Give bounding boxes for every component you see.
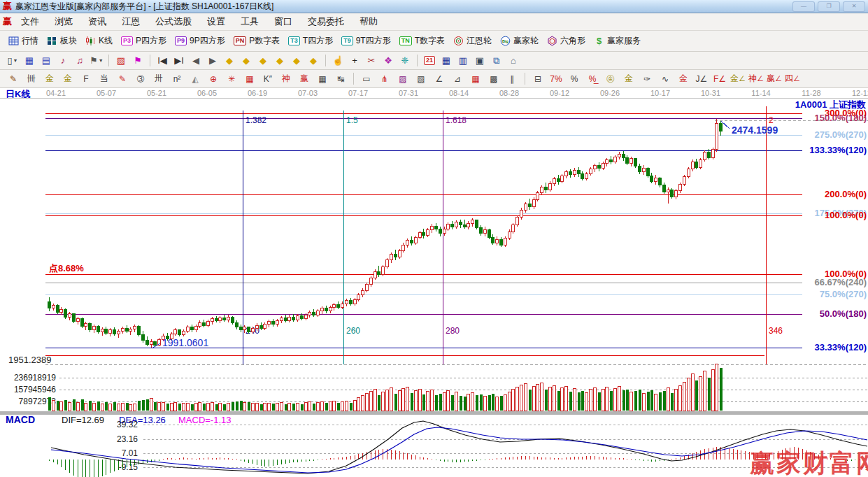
tb-p-square[interactable]: P3P四方形 [121, 35, 166, 47]
tool-red-grid[interactable]: ▦ [467, 72, 484, 86]
tool-angle-measure[interactable]: ◭ [187, 72, 204, 86]
tool-square-web[interactable]: ▦ [241, 72, 258, 86]
tb-9t-square[interactable]: T99T四方形 [341, 35, 391, 47]
tool-crosshair[interactable]: + [347, 54, 362, 68]
tool-cut[interactable]: ✂ [364, 54, 379, 68]
tb-t-square[interactable]: T3T四方形 [288, 35, 333, 47]
tool-angle-j[interactable]: J∠ [693, 72, 710, 86]
tool-chart-3[interactable]: ♪ [55, 54, 71, 68]
tool-angle-shen[interactable]: 神∠ [748, 72, 764, 86]
tool-gann-box[interactable]: ▨ [394, 72, 411, 86]
tool-wave[interactable]: ∿ [657, 72, 674, 86]
menu-news[interactable]: 资讯 [83, 13, 112, 30]
tool-circle-3[interactable]: ➂ [132, 72, 149, 86]
tool-shen-square[interactable]: 神 [278, 72, 294, 86]
tool-fan-lines[interactable]: ⋔ [376, 72, 393, 86]
tool-gold-circle[interactable]: ㊎ [602, 72, 619, 86]
tool-zoom-left[interactable]: ◆ [222, 54, 237, 68]
tool-gold-red[interactable]: 金 [675, 72, 692, 86]
tb-quotes[interactable]: 行情 [8, 35, 38, 47]
menu-help[interactable]: 帮助 [354, 13, 383, 30]
tool-gann-target[interactable]: ⊕ [205, 72, 222, 86]
tool-info-view[interactable]: ▤ [38, 54, 54, 68]
tool-pattern-view[interactable]: ▦ [22, 54, 37, 68]
tool-gold-grid-v[interactable]: 金 [59, 72, 76, 86]
tool-chart-9[interactable]: ♫ [72, 54, 87, 68]
tool-save[interactable]: ▣ [472, 54, 488, 68]
tool-number-grid[interactable]: ▦ [314, 72, 331, 86]
tool-tool-dang[interactable]: 当 [96, 72, 113, 86]
tool-spider-web[interactable]: ✳ [223, 72, 240, 86]
tool-pct-7[interactable]: 7% [548, 72, 564, 86]
tool-zoom-full[interactable]: ◆ [306, 54, 321, 68]
tool-n-square[interactable]: n² [169, 72, 185, 86]
tool-angle-win[interactable]: 赢∠ [766, 72, 783, 86]
minimize-button[interactable]: — [792, 1, 815, 12]
tool-zoom-compress[interactable]: ◆ [272, 54, 287, 68]
menu-file[interactable]: 文件 [15, 13, 45, 30]
tool-rect-tool[interactable]: ▭ [358, 72, 375, 86]
tool-zoom-right[interactable]: ◆ [239, 54, 254, 68]
chart-canvas[interactable]: 日K线04-2105-0705-2106-0506-1907-0307-1707… [0, 88, 868, 477]
tool-red-pen[interactable]: ✎ [114, 72, 131, 86]
tool-zoom-expand[interactable]: ◆ [289, 54, 304, 68]
tool-span-measure[interactable]: ↹ [332, 72, 349, 86]
tool-win-square[interactable]: 赢 [296, 72, 313, 86]
tool-parallel-lines[interactable]: ∥ [504, 72, 520, 86]
menu-window[interactable]: 窗口 [269, 13, 298, 30]
maximize-button[interactable]: ❐ [818, 1, 840, 12]
tb-t-number-table[interactable]: TNT数字表 [399, 35, 445, 47]
tool-share[interactable]: ⧉ [489, 54, 504, 68]
tb-hexagon[interactable]: 六角形 [547, 35, 585, 47]
tool-gold-lines[interactable]: 金 [620, 72, 637, 86]
tool-time-grid[interactable]: 卌 [23, 72, 40, 86]
tb-p-number-table[interactable]: PNP数字表 [234, 35, 280, 47]
tool-angle-gold[interactable]: 金∠ [730, 72, 746, 86]
tool-k-count[interactable]: K″ [259, 72, 276, 86]
tool-pct-line[interactable]: %̲ [584, 72, 601, 86]
tool-kline-style[interactable]: ▯▼ [5, 54, 20, 68]
menu-gann[interactable]: 江恩 [116, 13, 145, 30]
tool-ink-pen[interactable]: ✑ [639, 72, 655, 86]
tool-gann-box-2[interactable]: ▧ [413, 72, 429, 86]
tb-sectors[interactable]: 板块 [47, 35, 77, 47]
tool-calendar[interactable]: 21 [422, 54, 437, 68]
tool-angle-four[interactable]: 四∠ [784, 72, 801, 86]
tool-region-select[interactable]: ▨ [113, 54, 129, 68]
tool-mark-flag[interactable]: ⚑▼ [89, 54, 104, 68]
tb-9p-square[interactable]: P99P四方形 [175, 35, 225, 47]
menu-trade[interactable]: 交易委托 [302, 13, 350, 30]
tool-trend-tri[interactable]: ⊿ [449, 72, 466, 86]
tool-drag-hand[interactable]: ☝ [330, 54, 346, 68]
tb-gann-wheel[interactable]: 江恩轮 [453, 35, 492, 47]
tool-calculator[interactable]: ▦ [439, 54, 454, 68]
tool-prev-bar[interactable]: ◀ [188, 54, 204, 68]
tool-angle-f[interactable]: F∠ [711, 72, 728, 86]
tool-mind-teal[interactable]: ❈ [397, 54, 413, 68]
tool-install[interactable]: ⌂ [506, 54, 521, 68]
title-bar[interactable]: 赢 赢家江恩专业版[赢家内部服务平台] - [上证指数 SH1A0001-167… [0, 0, 868, 13]
tool-zoom-center[interactable]: ◆ [255, 54, 271, 68]
tool-price-bars[interactable]: ⊟ [529, 72, 546, 86]
menu-tools[interactable]: 工具 [235, 13, 264, 30]
tool-last-page[interactable]: ▶I [171, 54, 187, 68]
menu-formula-pick[interactable]: 公式选股 [150, 13, 197, 30]
close-button[interactable]: ✕ [843, 1, 865, 12]
tool-grid-30[interactable]: 卅 [150, 72, 167, 86]
tb-kline[interactable]: K线 [85, 35, 113, 47]
tool-color-chart[interactable]: ⚑ [130, 54, 145, 68]
tb-winner-service[interactable]: $赢家服务 [594, 35, 641, 47]
tool-next-bar[interactable]: ▶ [205, 54, 220, 68]
tool-first-page[interactable]: I◀ [155, 54, 170, 68]
tool-pct[interactable]: % [566, 72, 583, 86]
tool-gold-grid-h[interactable]: 金 [41, 72, 58, 86]
tool-mind-purple[interactable]: ❖ [380, 54, 396, 68]
tool-angle-line[interactable]: ∠ [431, 72, 448, 86]
tool-gann-pen[interactable]: ✎ [5, 72, 22, 86]
tool-notepad[interactable]: ▥ [455, 54, 471, 68]
tool-fib-grid[interactable]: F [78, 72, 94, 86]
menu-settings[interactable]: 设置 [201, 13, 231, 30]
menu-browse[interactable]: 浏览 [49, 13, 78, 30]
tool-dark-grid[interactable]: ▩ [485, 72, 502, 86]
tb-winner-wheel[interactable]: Big赢家轮 [500, 35, 539, 47]
